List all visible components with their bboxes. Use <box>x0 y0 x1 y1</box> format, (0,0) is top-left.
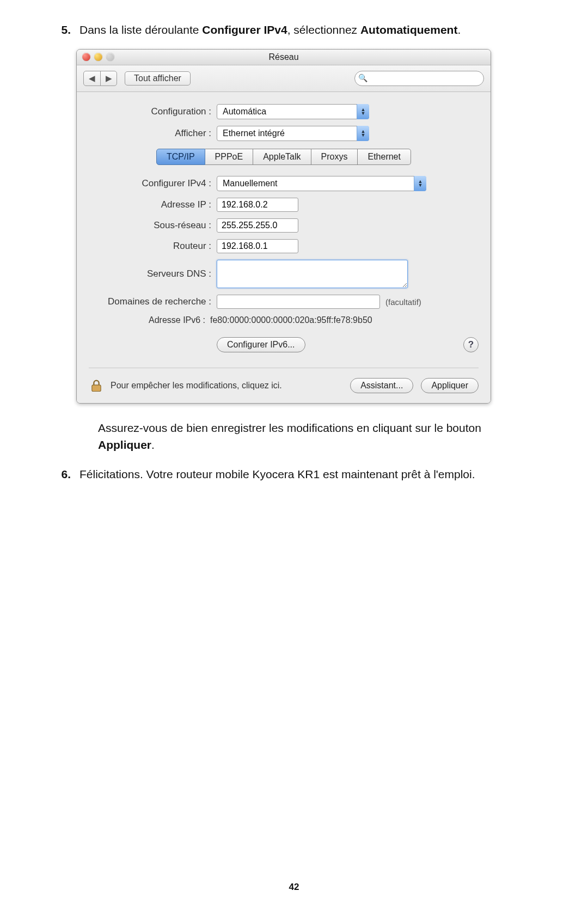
ipv6-value: fe80:0000:0000:0000:020a:95ff:fe78:9b50 <box>210 315 372 325</box>
tab-bar: TCP/IP PPPoE AppleTalk Proxys Ethernet <box>89 149 479 165</box>
ipv6-address-line: Adresse IPv6 : fe80:0000:0000:0000:020a:… <box>149 315 479 325</box>
apply-paragraph: Assurez-vous de bien enregistrer les mod… <box>98 420 539 453</box>
window-footer: Pour empêcher les modifications, cliquez… <box>89 368 479 393</box>
tab-tcpip[interactable]: TCP/IP <box>156 149 205 165</box>
dns-servers-input[interactable] <box>217 260 408 288</box>
optional-hint: (facultatif) <box>385 297 421 307</box>
lock-text: Pour empêcher les modifications, cliquez… <box>111 381 282 391</box>
zoom-icon[interactable] <box>106 53 114 61</box>
search-input[interactable] <box>354 71 484 86</box>
apply-button[interactable]: Appliquer <box>421 378 479 393</box>
nav-segment: ◀ ▶ <box>83 71 117 86</box>
chevron-updown-icon: ▲▼ <box>357 126 369 141</box>
ip-address-label: Adresse IP : <box>89 199 217 210</box>
configuration-value: Automática <box>217 104 369 119</box>
configure-ipv4-value: Manuellement <box>217 176 426 191</box>
nav-back-button[interactable]: ◀ <box>84 71 100 86</box>
step-text: Dans la liste déroulante Configurer IPv4… <box>79 22 539 38</box>
close-icon[interactable] <box>82 53 90 61</box>
chevron-updown-icon: ▲▼ <box>414 176 426 191</box>
ipv6-label: Adresse IPv6 : <box>149 315 205 325</box>
bold: Automatiquement <box>360 23 458 36</box>
dns-servers-label: Serveurs DNS : <box>89 269 217 279</box>
router-label: Routeur : <box>89 241 217 252</box>
search-icon: 🔍 <box>358 74 367 82</box>
traffic-lights <box>82 53 114 61</box>
tab-proxys[interactable]: Proxys <box>311 149 358 165</box>
configuration-select[interactable]: Automática ▲▼ <box>217 104 369 119</box>
title-bar: Réseau <box>77 50 491 65</box>
ip-address-input[interactable] <box>217 198 298 212</box>
search-field: 🔍 <box>354 71 484 86</box>
help-button[interactable]: ? <box>463 337 479 352</box>
svg-rect-0 <box>92 385 101 392</box>
subnet-label: Sous-réseau : <box>89 220 217 231</box>
text: . <box>151 438 155 451</box>
configure-ipv6-button[interactable]: Configurer IPv6... <box>217 337 305 352</box>
text: . <box>457 23 461 36</box>
instruction-step-6: 6. Félicitations. Votre routeur mobile K… <box>49 466 539 483</box>
page-number: 42 <box>0 882 588 893</box>
configuration-label: Configuration : <box>89 106 217 117</box>
search-domains-label: Domaines de recherche : <box>89 296 217 307</box>
step-text: Félicitations. Votre routeur mobile Kyoc… <box>79 466 539 483</box>
show-select[interactable]: Ethernet intégré ▲▼ <box>217 126 369 141</box>
toolbar: ◀ ▶ Tout afficher 🔍 <box>77 65 491 92</box>
tab-pppoe[interactable]: PPPoE <box>205 149 254 165</box>
step-number: 6. <box>49 466 79 483</box>
minimize-icon[interactable] <box>94 53 102 61</box>
window-title: Réseau <box>268 52 298 62</box>
tab-ethernet[interactable]: Ethernet <box>358 149 411 165</box>
text: Dans la liste déroulante <box>79 23 202 36</box>
lock-icon[interactable] <box>89 378 104 393</box>
show-all-button[interactable]: Tout afficher <box>125 71 191 86</box>
nav-forward-button[interactable]: ▶ <box>100 71 117 86</box>
step-number: 5. <box>49 22 79 38</box>
text: , sélectionnez <box>287 23 360 36</box>
text: Assurez-vous de bien enregistrer les mod… <box>98 422 481 434</box>
network-preferences-window: Réseau ◀ ▶ Tout afficher 🔍 Configuration… <box>76 49 491 404</box>
search-domains-input[interactable] <box>217 295 380 309</box>
tab-appletalk[interactable]: AppleTalk <box>253 149 311 165</box>
show-label: Afficher : <box>89 128 217 139</box>
assistant-button[interactable]: Assistant... <box>350 378 413 393</box>
subnet-input[interactable] <box>217 218 298 233</box>
configure-ipv4-label: Configurer IPv4 : <box>89 178 217 189</box>
router-input[interactable] <box>217 239 298 253</box>
bold: Appliquer <box>98 438 151 451</box>
instruction-step-5: 5. Dans la liste déroulante Configurer I… <box>49 22 539 38</box>
bold: Configurer IPv4 <box>202 23 287 36</box>
configure-ipv4-select[interactable]: Manuellement ▲▼ <box>217 176 426 191</box>
chevron-updown-icon: ▲▼ <box>357 104 369 119</box>
show-value: Ethernet intégré <box>217 126 369 141</box>
window-content: Configuration : Automática ▲▼ Afficher :… <box>77 92 491 403</box>
